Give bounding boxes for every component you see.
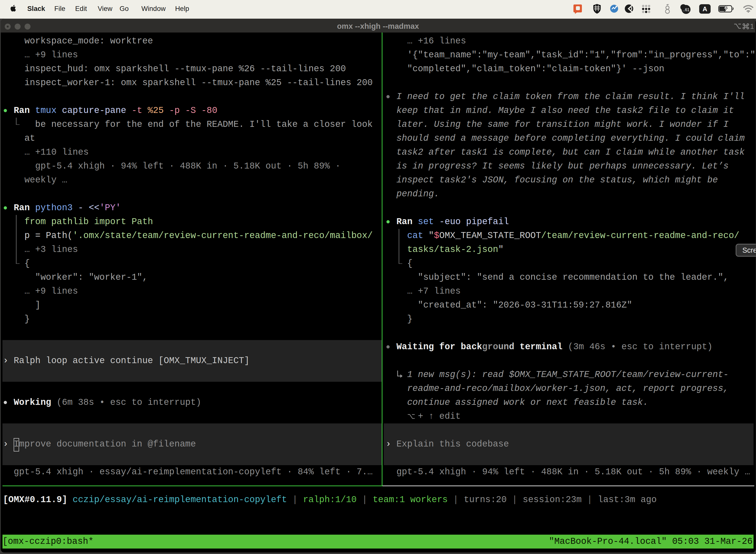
svg-text:..61: ..61: [683, 7, 690, 12]
svg-text:1: 1: [750, 22, 754, 30]
